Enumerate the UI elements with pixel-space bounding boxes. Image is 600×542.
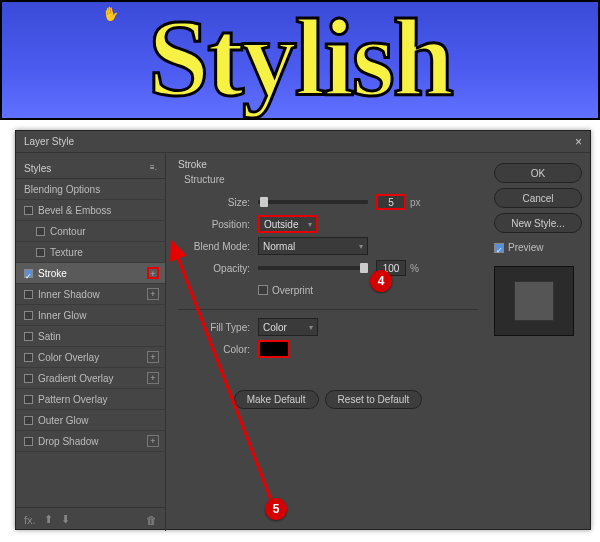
chevron-down-icon: ▾ [308, 220, 312, 229]
overprint-label: Overprint [272, 285, 313, 296]
label-texture: Texture [50, 242, 83, 263]
style-row-stroke[interactable]: Stroke + [16, 263, 165, 284]
label-bevel: Bevel & Emboss [38, 200, 111, 221]
checkbox-contour[interactable] [36, 227, 45, 236]
checkbox-color-overlay[interactable] [24, 353, 33, 362]
label-pattern-overlay: Pattern Overlay [38, 389, 107, 410]
cancel-button[interactable]: Cancel [494, 188, 582, 208]
style-row-outer-glow[interactable]: Outer Glow [16, 410, 165, 431]
checkbox-inner-shadow[interactable] [24, 290, 33, 299]
checkbox-texture[interactable] [36, 248, 45, 257]
plus-icon[interactable]: + [147, 267, 159, 279]
label-inner-shadow: Inner Shadow [38, 284, 100, 305]
chevron-down-icon: ▾ [309, 323, 313, 332]
reset-default-button[interactable]: Reset to Default [325, 390, 423, 409]
plus-icon[interactable]: + [147, 288, 159, 300]
default-buttons: Make Default Reset to Default [178, 390, 478, 409]
dialog-title: Layer Style [24, 131, 74, 152]
position-label: Position: [178, 219, 258, 230]
slider-thumb-icon[interactable] [360, 263, 368, 273]
styles-header: Styles ≡. [16, 159, 165, 179]
new-style-button[interactable]: New Style... [494, 213, 582, 233]
style-row-contour[interactable]: Contour [16, 221, 165, 242]
styles-footer: fx. ⬆ ⬇ 🗑 [16, 507, 165, 531]
blend-label: Blend Mode: [178, 241, 258, 252]
size-label: Size: [178, 197, 258, 208]
checkbox-drop-shadow[interactable] [24, 437, 33, 446]
opacity-row: Opacity: % [178, 257, 478, 279]
checkbox-gradient-overlay[interactable] [24, 374, 33, 383]
size-slider[interactable] [258, 200, 368, 204]
checkbox-inner-glow[interactable] [24, 311, 33, 320]
opacity-label: Opacity: [178, 263, 258, 274]
size-input[interactable] [376, 194, 406, 210]
layer-style-dialog: Layer Style × Styles ≡. Blending Options… [15, 130, 591, 530]
position-dropdown[interactable]: Outside ▾ [258, 215, 318, 233]
style-row-inner-shadow[interactable]: Inner Shadow + [16, 284, 165, 305]
checkbox-satin[interactable] [24, 332, 33, 341]
checkbox-pattern-overlay[interactable] [24, 395, 33, 404]
arrow-up-icon[interactable]: ⬆ [44, 513, 53, 526]
preview-label: Preview [508, 242, 544, 253]
preview-box [494, 266, 574, 336]
styles-menu-icon[interactable]: ≡. [150, 163, 157, 174]
plus-icon[interactable]: + [147, 435, 159, 447]
overprint-checkbox[interactable] [258, 285, 268, 295]
hand-cursor-icon: ✋ [101, 5, 121, 24]
filltype-dropdown[interactable]: Color ▾ [258, 318, 318, 336]
checkbox-stroke[interactable] [24, 269, 33, 278]
position-value: Outside [264, 219, 298, 230]
ok-button[interactable]: OK [494, 163, 582, 183]
preview-swatch [514, 281, 554, 321]
opacity-slider[interactable] [258, 266, 368, 270]
annotation-badge-4: 4 [370, 270, 392, 292]
dialog-titlebar: Layer Style × [16, 131, 590, 153]
filltype-label: Fill Type: [178, 322, 258, 333]
arrow-down-icon[interactable]: ⬇ [61, 513, 70, 526]
blend-dropdown[interactable]: Normal ▾ [258, 237, 368, 255]
style-row-gradient-overlay[interactable]: Gradient Overlay + [16, 368, 165, 389]
stroke-panel: Stroke Structure Size: px Position: Outs… [166, 153, 490, 531]
slider-thumb-icon[interactable] [260, 197, 268, 207]
make-default-button[interactable]: Make Default [234, 390, 319, 409]
style-row-color-overlay[interactable]: Color Overlay + [16, 347, 165, 368]
style-row-pattern-overlay[interactable]: Pattern Overlay [16, 389, 165, 410]
plus-icon[interactable]: + [147, 351, 159, 363]
style-row-texture[interactable]: Texture [16, 242, 165, 263]
chevron-down-icon: ▾ [359, 242, 363, 251]
label-contour: Contour [50, 221, 86, 242]
blend-value: Normal [263, 241, 295, 252]
label-outer-glow: Outer Glow [38, 410, 89, 431]
styles-header-label: Styles [24, 163, 51, 174]
annotation-badge-5: 5 [265, 498, 287, 520]
stylish-text: Stylish [148, 3, 452, 113]
color-row: Color: [178, 338, 478, 360]
stroke-title: Stroke [178, 159, 478, 170]
close-icon[interactable]: × [575, 131, 582, 152]
style-row-drop-shadow[interactable]: Drop Shadow + [16, 431, 165, 452]
color-swatch[interactable] [258, 340, 290, 358]
style-row-inner-glow[interactable]: Inner Glow [16, 305, 165, 326]
label-gradient-overlay: Gradient Overlay [38, 368, 114, 389]
label-color-overlay: Color Overlay [38, 347, 99, 368]
checkbox-bevel[interactable] [24, 206, 33, 215]
style-row-bevel[interactable]: Bevel & Emboss [16, 200, 165, 221]
size-unit: px [410, 197, 421, 208]
opacity-unit: % [410, 263, 419, 274]
color-label: Color: [178, 344, 258, 355]
preview-checkbox[interactable] [494, 243, 504, 253]
label-drop-shadow: Drop Shadow [38, 431, 99, 452]
blending-options-row[interactable]: Blending Options [16, 179, 165, 200]
blending-options-label: Blending Options [24, 179, 100, 200]
position-row: Position: Outside ▾ [178, 213, 478, 235]
trash-icon[interactable]: 🗑 [146, 514, 157, 526]
fx-icon[interactable]: fx. [24, 514, 36, 526]
size-row: Size: px [178, 191, 478, 213]
style-row-satin[interactable]: Satin [16, 326, 165, 347]
checkbox-outer-glow[interactable] [24, 416, 33, 425]
plus-icon[interactable]: + [147, 372, 159, 384]
preview-toggle[interactable]: Preview [494, 242, 582, 253]
structure-subtitle: Structure [184, 174, 478, 185]
filltype-section: Fill Type: Color ▾ Color: [178, 309, 478, 360]
label-satin: Satin [38, 326, 61, 347]
